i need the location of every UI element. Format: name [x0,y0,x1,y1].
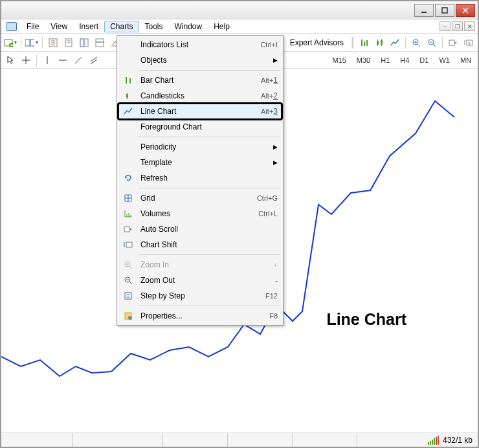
refresh-icon [121,172,135,185]
menu-insert[interactable]: Insert [73,21,104,32]
menu-periodicity[interactable]: Periodicity ▶ [118,139,282,155]
menu-auto-scroll[interactable]: Auto Scroll [118,221,282,237]
expert-advisors-button[interactable]: Expert Advisors [286,38,348,47]
svg-line-59 [129,266,132,269]
menu-objects[interactable]: Objects ▶ [118,52,282,68]
menu-foreground-chart[interactable]: Foreground Chart [118,119,282,135]
terminal-icon[interactable] [93,36,106,49]
zoom-out-icon [121,274,135,287]
svg-rect-56 [126,242,132,247]
profiles-button[interactable] [25,36,38,49]
trendline-icon[interactable] [72,54,85,67]
vertical-line-icon[interactable] [41,54,54,67]
svg-line-45 [91,60,97,64]
svg-rect-36 [449,40,454,45]
zoom-in-icon[interactable] [410,36,423,49]
statusbar: 432/1 kb [1,432,478,447]
app-icon [5,20,18,33]
zoom-out-icon[interactable] [425,36,438,49]
period-w1[interactable]: W1 [435,55,454,65]
svg-line-44 [91,57,97,62]
cursor-icon[interactable] [4,54,17,67]
chart-label: Line Chart [326,310,407,329]
menu-refresh[interactable]: Refresh [118,170,282,186]
period-mn[interactable]: MN [456,55,475,65]
navigator-icon[interactable] [78,36,91,49]
svg-rect-1 [442,8,447,13]
menu-grid[interactable]: Grid Ctrl+G [118,190,282,206]
menu-properties[interactable]: Properties... F8 [118,308,282,324]
svg-point-69 [128,316,132,320]
titlebar [1,1,478,19]
svg-line-34 [433,44,436,47]
period-m15[interactable]: M15 [328,55,350,65]
new-chart-button[interactable] [4,36,17,49]
menu-volumes[interactable]: Volumes Ctrl+L [118,206,282,221]
channel-icon[interactable] [87,54,100,67]
svg-rect-65 [125,293,131,299]
mdi-controls: – ❐ ✕ [440,21,478,31]
auto-scroll-icon[interactable] [447,36,460,49]
submenu-arrow-icon: ▶ [273,57,278,63]
menu-view[interactable]: View [45,21,73,32]
svg-rect-20 [96,39,104,42]
minimize-button[interactable] [414,4,434,17]
period-m30[interactable]: M30 [353,55,374,65]
properties-icon [121,309,135,322]
svg-line-30 [418,44,420,47]
horizontal-line-icon[interactable] [56,54,69,67]
bar-chart-icon [121,74,135,87]
svg-rect-8 [25,39,30,46]
grid-icon [121,192,135,205]
menu-chart-shift[interactable]: Chart Shift [118,237,282,252]
bar-chart-icon[interactable] [357,36,370,49]
svg-rect-19 [96,42,104,47]
line-chart-icon [121,105,135,118]
mdi-close-button[interactable]: ✕ [464,21,475,31]
menu-line-chart[interactable]: Line Chart Alt+3 [118,104,282,119]
menu-zoom-in: Zoom In + [118,257,282,273]
svg-line-43 [75,57,82,63]
charts-dropdown: Indicators List Ctrl+I Objects ▶ Bar Cha… [117,35,284,326]
candlestick-icon[interactable] [373,36,386,49]
menu-help[interactable]: Help [208,21,236,32]
crosshair-icon[interactable] [19,54,32,67]
chart-shift-icon[interactable] [462,36,475,49]
market-watch-icon[interactable] [47,36,60,49]
chart-shift-icon [121,238,135,251]
period-h4[interactable]: H4 [396,55,413,65]
expert-advisors-label: Expert Advisors [290,38,344,47]
close-button[interactable] [456,4,475,17]
data-window-icon[interactable] [62,36,75,49]
menu-tools[interactable]: Tools [139,21,169,32]
app-window: File View Insert Charts Tools Window Hel… [0,0,479,448]
menu-bar-chart[interactable]: Bar Chart Alt+1 [118,73,282,88]
menu-window[interactable]: Window [169,21,208,32]
menu-file[interactable]: File [21,21,45,32]
menu-zoom-out[interactable]: Zoom Out - [118,273,282,288]
svg-rect-18 [85,39,88,47]
menu-charts[interactable]: Charts [104,21,139,32]
menu-template[interactable]: Template ▶ [118,155,282,170]
step-icon [121,289,135,302]
svg-rect-17 [80,39,84,47]
zoom-in-icon [121,258,135,271]
svg-rect-9 [30,39,34,46]
submenu-arrow-icon: ▶ [273,144,278,150]
mdi-restore-button[interactable]: ❐ [452,21,463,31]
maximize-button[interactable] [435,4,454,17]
status-kb: 432/1 kb [443,436,473,445]
period-d1[interactable]: D1 [416,55,432,65]
svg-rect-55 [124,227,129,232]
connection-signal-icon [428,436,439,445]
candlestick-icon [121,89,135,102]
menu-step-by-step[interactable]: Step by Step F12 [118,288,282,304]
menubar: File View Insert Charts Tools Window Hel… [1,19,478,34]
volumes-icon [121,207,135,220]
period-h1[interactable]: H1 [377,55,394,65]
mdi-minimize-button[interactable]: – [440,21,451,31]
auto-scroll-icon [121,223,135,236]
line-chart-icon[interactable] [388,36,401,49]
menu-indicators-list[interactable]: Indicators List Ctrl+I [118,37,282,52]
menu-candlesticks[interactable]: Candlesticks Alt+2 [118,88,282,104]
